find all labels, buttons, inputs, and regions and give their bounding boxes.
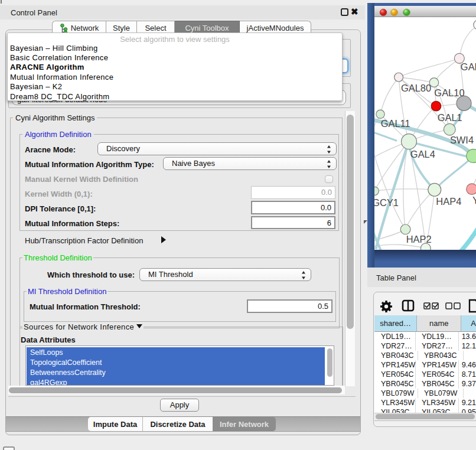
svg-text:GCY1: GCY1	[374, 197, 399, 208]
svg-text:HAP4: HAP4	[436, 196, 461, 207]
svg-text:GAL80: GAL80	[401, 83, 431, 93]
svg-text:GAL: GAL	[461, 61, 476, 72]
svg-text:GAL11: GAL11	[381, 118, 410, 129]
svg-text:HAP2: HAP2	[406, 234, 432, 244]
svg-text:SWI4: SWI4	[450, 135, 474, 145]
svg-text:GAL4: GAL4	[410, 149, 435, 159]
svg-text:GAL10: GAL10	[434, 87, 464, 98]
svg-text:Y: Y	[472, 195, 476, 206]
svg-text:GAL1: GAL1	[438, 112, 462, 123]
